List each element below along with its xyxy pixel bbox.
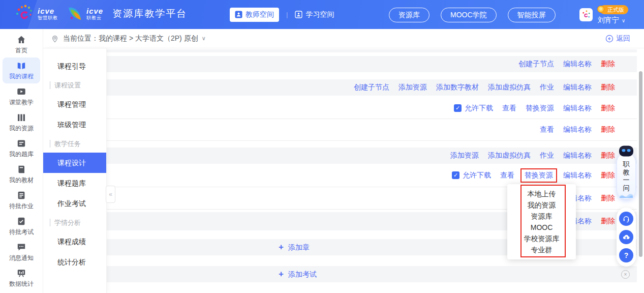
- course-tree-row: ✓允许下载查看替换资源编辑名称删除: [107, 98, 637, 119]
- action-add-digital-textbook[interactable]: 添加数字教材: [436, 83, 479, 92]
- dropdown-item-local-upload[interactable]: 本地上传: [507, 188, 576, 199]
- action-view[interactable]: 查看: [502, 104, 516, 113]
- icve-shell-logo-icon: [67, 6, 82, 22]
- checkbox-checked-icon[interactable]: ✓: [454, 104, 462, 112]
- action-replace-resource[interactable]: 替换资源: [526, 104, 554, 113]
- primary-sidebar: 首页我的课程课堂教学我的资源我的题库我的教材待批作业待批考试消息通知数据统计: [0, 29, 43, 293]
- action-add-virtual-simulation[interactable]: 添加虚拟仿真: [488, 151, 531, 160]
- action-label: 允许下载: [463, 171, 491, 180]
- submenu-section-label: 学情分析: [50, 219, 81, 226]
- learning-space-button[interactable]: 学习空间: [295, 10, 334, 19]
- video-icon: [16, 86, 26, 97]
- logo-primary-subtitle: 智慧职教: [38, 16, 58, 20]
- dropdown-item-mooc[interactable]: MOOC: [507, 222, 576, 233]
- assistant-label-char: 问: [623, 184, 630, 192]
- action-add-resource[interactable]: 添加资源: [398, 83, 427, 92]
- submenu-item-course-management[interactable]: 课程管理: [43, 94, 106, 114]
- action-homework[interactable]: 作业: [540, 83, 554, 92]
- question-bank-icon: [16, 138, 26, 149]
- sidebar-item-classroom-teaching[interactable]: 课堂教学: [0, 83, 43, 109]
- action-replace-resource[interactable]: 替换资源: [525, 171, 553, 179]
- dropdown-item-school-resource-library[interactable]: 学校资源库: [507, 233, 576, 244]
- submenu-item-course-design[interactable]: 课程设计: [43, 153, 106, 173]
- assistant-label-char: 教: [623, 168, 630, 177]
- close-toolbar-button[interactable]: ×: [621, 270, 630, 279]
- teacher-space-icon: [235, 11, 242, 18]
- action-create-child-node[interactable]: 创建子节点: [354, 83, 389, 92]
- download-client-button[interactable]: [619, 230, 633, 244]
- action-edit-name[interactable]: 编辑名称: [563, 83, 592, 92]
- action-edit-name[interactable]: 编辑名称: [563, 171, 592, 180]
- action-edit-name[interactable]: 编辑名称: [563, 104, 592, 113]
- checkbox-checked-icon[interactable]: ✓: [452, 171, 459, 179]
- action-edit-name[interactable]: 编辑名称: [563, 60, 592, 69]
- logo-secondary-title: icve: [86, 7, 103, 15]
- action-delete[interactable]: 删除: [601, 125, 615, 134]
- action-delete[interactable]: 删除: [601, 194, 615, 203]
- dropdown-items: 本地上传我的资源资源库MOOC学校资源库专业群: [507, 188, 576, 255]
- red-annotation-box: 替换资源: [520, 168, 557, 183]
- customer-service-button[interactable]: [619, 212, 633, 226]
- dropdown-item-resource-library[interactable]: 资源库: [507, 211, 576, 222]
- resource-library-button[interactable]: 资源库: [389, 8, 430, 22]
- smart-cast-button[interactable]: 智能投屏: [508, 8, 556, 22]
- action-delete[interactable]: 删除: [601, 151, 615, 160]
- icve-swirl-logo-icon: [15, 4, 34, 23]
- breadcrumb-caret-icon[interactable]: ∨: [202, 35, 206, 42]
- submenu-item-class-management[interactable]: 班级管理: [43, 114, 106, 135]
- submenu-item-statistical-analysis[interactable]: 统计分析: [43, 252, 106, 272]
- assistant-widget-button[interactable]: 职教一问: [617, 144, 636, 199]
- dropdown-item-professional-group[interactable]: 专业群: [507, 244, 576, 255]
- back-button[interactable]: 返回: [605, 34, 630, 43]
- action-delete[interactable]: 删除: [601, 83, 615, 92]
- submenu-item-course-question-bank[interactable]: 课程题库: [43, 173, 106, 193]
- action-add-resource[interactable]: 添加资源: [450, 151, 479, 160]
- sidebar-item-more-apps[interactable]: [0, 291, 43, 293]
- sidebar-item-notifications[interactable]: 消息通知: [0, 239, 43, 265]
- app-launcher-button[interactable]: [579, 8, 593, 21]
- sidebar-item-my-courses[interactable]: 我的课程: [3, 57, 40, 83]
- dropdown-item-my-resources[interactable]: 我的资源: [507, 199, 576, 211]
- action-view[interactable]: 查看: [540, 125, 554, 134]
- sidebar-item-my-question-bank[interactable]: 我的题库: [0, 135, 43, 161]
- action-delete[interactable]: 删除: [601, 60, 615, 69]
- sidebar-item-my-textbooks[interactable]: 我的教材: [0, 161, 43, 187]
- cloud-download-icon: [622, 233, 630, 241]
- medal-icon: [597, 6, 604, 13]
- mooc-academy-button[interactable]: MOOC学院: [441, 8, 497, 22]
- vertical-scrollbar[interactable]: [639, 71, 642, 257]
- action-create-child-node[interactable]: 创建子节点: [518, 60, 554, 69]
- mini-swirl-icon: [581, 10, 591, 19]
- action-edit-name[interactable]: 编辑名称: [563, 125, 592, 134]
- course-tree-row: 创建子节点编辑名称删除: [107, 56, 637, 72]
- action-add-virtual-simulation[interactable]: 添加虚拟仿真: [488, 83, 531, 92]
- help-button[interactable]: ?: [619, 248, 633, 262]
- course-tree-row: 查看编辑名称删除: [107, 119, 637, 141]
- action-edit-name[interactable]: 编辑名称: [563, 151, 592, 160]
- user-name: 刘宵宁: [598, 16, 619, 25]
- submenu-item-course-guide[interactable]: 课程引导: [43, 56, 106, 76]
- user-menu[interactable]: 正式版 刘宵宁 ∨: [598, 5, 628, 25]
- submenu-item-homework-exam[interactable]: 作业考试: [43, 193, 106, 214]
- submenu-collapse-button[interactable]: «: [106, 186, 115, 203]
- action-add-exam[interactable]: +添加考试: [279, 269, 317, 279]
- action-add-chapter[interactable]: +添加章: [279, 242, 310, 252]
- teacher-space-button[interactable]: 教师空间: [230, 8, 279, 22]
- breadcrumb-label: 当前位置：: [63, 34, 99, 43]
- message-icon: [16, 242, 26, 252]
- action-delete[interactable]: 删除: [601, 171, 615, 180]
- sidebar-item-my-resources[interactable]: 我的资源: [0, 109, 43, 135]
- breadcrumb: 当前位置： 我的课程 > 大学语文（2P) 原创 ∨ 返回: [43, 29, 644, 48]
- sidebar-item-data-statistics[interactable]: 数据统计: [0, 265, 43, 291]
- course-submenu: 课程引导课程设置课程管理班级管理教学任务课程设计课程题库作业考试学情分析课程成绩…: [43, 48, 107, 293]
- learning-space-label: 学习空间: [305, 10, 334, 19]
- action-label: 允许下载: [465, 104, 493, 113]
- sidebar-item-home[interactable]: 首页: [0, 32, 43, 57]
- action-homework[interactable]: 作业: [540, 151, 554, 160]
- submenu-item-course-grades[interactable]: 课程成绩: [43, 231, 106, 252]
- action-delete[interactable]: 删除: [601, 217, 615, 226]
- action-view[interactable]: 查看: [500, 171, 514, 180]
- sidebar-item-pending-exams[interactable]: 待批考试: [0, 213, 43, 239]
- sidebar-item-pending-homework[interactable]: 待批作业: [0, 187, 43, 213]
- action-delete[interactable]: 删除: [601, 104, 615, 113]
